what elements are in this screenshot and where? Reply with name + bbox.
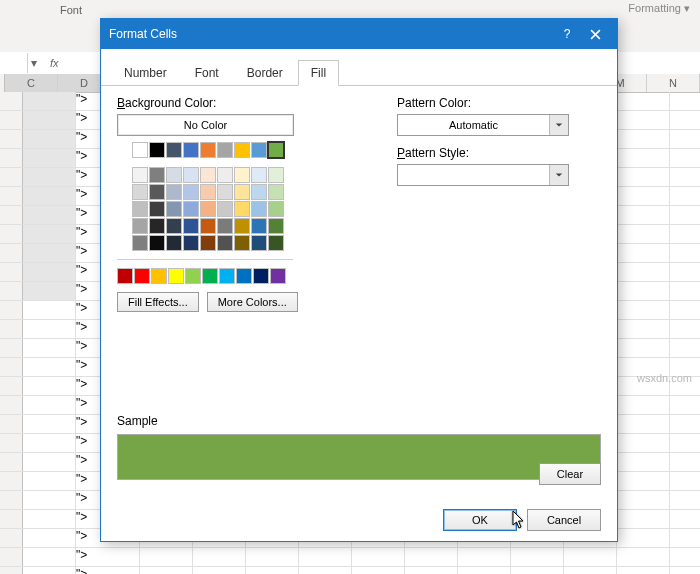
no-color-button[interactable]: No Color: [117, 114, 294, 136]
color-swatch[interactable]: [149, 235, 165, 251]
color-swatch[interactable]: [132, 167, 148, 183]
color-swatch[interactable]: [251, 184, 267, 200]
color-swatch[interactable]: [219, 268, 235, 284]
ok-button[interactable]: OK: [443, 509, 517, 531]
help-button[interactable]: ?: [553, 22, 581, 46]
chevron-down-icon: [549, 115, 568, 135]
ribbon-formatting[interactable]: Formatting ▾: [628, 2, 690, 15]
background-color-label: Background Color:: [117, 96, 367, 110]
color-swatch[interactable]: [117, 268, 133, 284]
format-cells-dialog: Format Cells ? Number Font Border Fill B…: [100, 18, 618, 542]
close-icon[interactable]: [581, 22, 609, 46]
color-swatch[interactable]: [202, 268, 218, 284]
color-swatch[interactable]: [166, 167, 182, 183]
color-swatch[interactable]: [268, 218, 284, 234]
color-swatch[interactable]: [200, 142, 216, 158]
color-swatch[interactable]: [183, 201, 199, 217]
name-box-dropdown-icon[interactable]: ▾: [28, 56, 40, 70]
tab-number[interactable]: Number: [111, 60, 180, 86]
col-header-c[interactable]: C: [5, 74, 58, 92]
color-swatch[interactable]: [200, 201, 216, 217]
pattern-color-select[interactable]: Automatic: [397, 114, 569, 136]
color-swatch[interactable]: [268, 201, 284, 217]
color-swatch[interactable]: [217, 184, 233, 200]
color-swatch[interactable]: [183, 167, 199, 183]
color-swatch[interactable]: [134, 268, 150, 284]
color-swatch[interactable]: [132, 218, 148, 234]
color-swatch[interactable]: [166, 142, 182, 158]
color-swatch[interactable]: [234, 201, 250, 217]
tab-fill[interactable]: Fill: [298, 60, 339, 86]
fill-effects-button[interactable]: Fill Effects...: [117, 292, 199, 312]
color-swatch[interactable]: [183, 142, 199, 158]
color-swatch[interactable]: [268, 235, 284, 251]
dialog-tabs: Number Font Border Fill: [101, 49, 617, 86]
color-swatch[interactable]: [149, 142, 165, 158]
color-swatch[interactable]: [200, 167, 216, 183]
tab-border[interactable]: Border: [234, 60, 296, 86]
more-colors-button[interactable]: More Colors...: [207, 292, 298, 312]
color-swatch[interactable]: [251, 167, 267, 183]
pattern-color-value: Automatic: [398, 119, 549, 131]
color-swatch[interactable]: [132, 142, 148, 158]
color-swatch[interactable]: [268, 184, 284, 200]
color-swatch[interactable]: [253, 268, 269, 284]
color-swatch[interactable]: [268, 142, 284, 158]
color-swatch[interactable]: [200, 235, 216, 251]
color-swatch[interactable]: [132, 184, 148, 200]
color-swatch[interactable]: [166, 235, 182, 251]
pattern-style-label: Pattern Style:: [397, 146, 601, 160]
color-swatch[interactable]: [217, 218, 233, 234]
color-swatch[interactable]: [149, 201, 165, 217]
color-swatch[interactable]: [251, 201, 267, 217]
color-swatch[interactable]: [149, 167, 165, 183]
ribbon-group-font: Font: [60, 4, 82, 16]
color-swatch[interactable]: [217, 201, 233, 217]
color-swatch[interactable]: [166, 184, 182, 200]
color-swatch[interactable]: [234, 218, 250, 234]
color-swatch[interactable]: [183, 235, 199, 251]
color-swatch[interactable]: [234, 184, 250, 200]
color-swatch[interactable]: [251, 218, 267, 234]
color-swatch[interactable]: [234, 167, 250, 183]
watermark: wsxdn.com: [637, 372, 692, 384]
dialog-title: Format Cells: [109, 27, 553, 41]
chevron-down-icon: [549, 165, 568, 185]
color-swatch[interactable]: [270, 268, 286, 284]
pattern-style-select[interactable]: [397, 164, 569, 186]
dialog-titlebar[interactable]: Format Cells ?: [101, 19, 617, 49]
name-box[interactable]: [3, 53, 28, 73]
color-swatch[interactable]: [217, 167, 233, 183]
color-swatch[interactable]: [236, 268, 252, 284]
col-header-n[interactable]: N: [647, 74, 700, 92]
color-swatch[interactable]: [234, 235, 250, 251]
cancel-button[interactable]: Cancel: [527, 509, 601, 531]
color-swatch[interactable]: [151, 268, 167, 284]
theme-color-grid: [117, 142, 293, 284]
color-swatch[interactable]: [234, 142, 250, 158]
color-swatch[interactable]: [132, 201, 148, 217]
color-swatch[interactable]: [251, 235, 267, 251]
sample-label: Sample: [117, 414, 601, 428]
fx-label: fx: [50, 57, 59, 69]
tab-font[interactable]: Font: [182, 60, 232, 86]
color-swatch[interactable]: [132, 235, 148, 251]
pattern-color-label: Pattern Color:: [397, 96, 601, 110]
color-swatch[interactable]: [168, 268, 184, 284]
color-swatch[interactable]: [217, 142, 233, 158]
color-swatch[interactable]: [268, 167, 284, 183]
color-swatch[interactable]: [185, 268, 201, 284]
color-swatch[interactable]: [166, 201, 182, 217]
color-swatch[interactable]: [149, 184, 165, 200]
color-swatch[interactable]: [183, 184, 199, 200]
color-swatch[interactable]: [183, 218, 199, 234]
color-swatch[interactable]: [251, 142, 267, 158]
color-swatch[interactable]: [149, 218, 165, 234]
color-swatch[interactable]: [166, 218, 182, 234]
color-swatch[interactable]: [217, 235, 233, 251]
clear-button[interactable]: Clear: [539, 463, 601, 485]
color-swatch[interactable]: [200, 184, 216, 200]
color-swatch[interactable]: [200, 218, 216, 234]
